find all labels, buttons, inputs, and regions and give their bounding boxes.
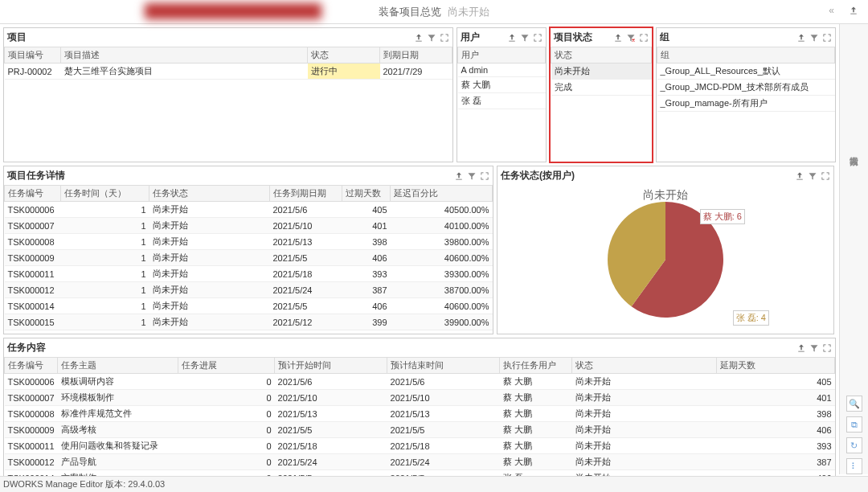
table-row[interactable]: TSK0000071尚未开始2021/5/1040140100.00% bbox=[5, 218, 493, 234]
filter-icon[interactable] bbox=[809, 32, 819, 43]
filter-icon[interactable] bbox=[807, 170, 817, 181]
table-row[interactable]: TSK000008标准件库规范文件02021/5/132021/5/13蔡 大鹏… bbox=[5, 406, 835, 422]
legend-item: 蔡 大鹏: 6 bbox=[700, 209, 745, 224]
export-icon[interactable] bbox=[612, 32, 623, 43]
panel-title: 任务内容 bbox=[7, 341, 46, 355]
table-row[interactable]: TSK0000161尚未开始2021/5/1939239200.00% bbox=[5, 330, 493, 334]
export-icon[interactable] bbox=[796, 32, 806, 43]
status-table[interactable]: 状态尚未开始完成 bbox=[551, 47, 652, 96]
col-header[interactable]: 项目编号 bbox=[5, 47, 61, 64]
export-icon[interactable] bbox=[506, 32, 517, 43]
col-header[interactable]: 延迟百分比 bbox=[391, 186, 493, 202]
col-header[interactable]: 组 bbox=[657, 47, 835, 64]
table-row[interactable]: TSK0000061尚未开始2021/5/640540500.00% bbox=[5, 202, 493, 218]
col-header[interactable]: 项目描述 bbox=[61, 47, 308, 64]
panel-title: 用户 bbox=[461, 31, 480, 44]
panel-task-content: 任务内容 任务编号 任务主题 任务进展 预计开始时间 预计结束时间 执行任务用户… bbox=[3, 338, 836, 487]
task-detail-table[interactable]: 任务编号 任务时间（天） 任务状态 任务到期日期 过期天数 延迟百分比 TSK0… bbox=[4, 185, 493, 334]
panel-title: 项目状态 bbox=[554, 31, 592, 44]
table-row[interactable]: TSK000009高级考核02021/5/52021/5/5蔡 大鹏尚未开始40… bbox=[5, 422, 835, 438]
app-header: 装备项目总览 尚未开始 bbox=[0, 0, 868, 24]
table-row[interactable]: 完成 bbox=[551, 80, 652, 96]
search-icon[interactable]: 🔍 bbox=[846, 396, 862, 412]
table-row[interactable]: TSK000011使用问题收集和答疑记录02021/5/182021/5/18蔡… bbox=[5, 438, 835, 454]
project-table[interactable]: 项目编号 项目描述 状态 到期日期 PRJ-00002楚大三维平台实施项目进行中… bbox=[4, 47, 452, 80]
col-header[interactable]: 状态 bbox=[308, 47, 380, 64]
right-sidebar: 高级搜索 🔍 ⧉ ↻ ⠇ bbox=[839, 24, 868, 474]
col-header[interactable]: 过期天数 bbox=[342, 186, 391, 202]
expand-icon[interactable] bbox=[821, 32, 832, 43]
col-header[interactable]: 预计结束时间 bbox=[387, 358, 500, 374]
table-row[interactable]: TSK0000151尚未开始2021/5/1239939900.00% bbox=[5, 314, 493, 330]
col-header[interactable]: 状态 bbox=[572, 358, 717, 374]
col-header[interactable]: 任务状态 bbox=[149, 186, 270, 202]
panel-title: 项目 bbox=[7, 31, 27, 44]
filter-icon[interactable] bbox=[426, 32, 436, 43]
expand-icon[interactable] bbox=[821, 342, 832, 353]
table-row[interactable]: 蔡 大鹏 bbox=[458, 77, 546, 93]
panel-title: 项目任务详情 bbox=[7, 169, 65, 182]
col-header[interactable]: 任务编号 bbox=[5, 186, 61, 202]
expand-icon[interactable] bbox=[820, 170, 830, 181]
expand-icon[interactable] bbox=[439, 32, 449, 43]
page-subtitle: 尚未开始 bbox=[448, 5, 489, 19]
share-icon[interactable]: ⠇ bbox=[846, 458, 862, 474]
col-header[interactable]: 状态 bbox=[551, 47, 652, 64]
table-row[interactable]: _Group_JMCD-PDM_技术部所有成员 bbox=[657, 80, 835, 96]
panel-task-by-user: 任务状态(按用户) 尚未开始 蔡 大鹏: 6 张 磊: 4 bbox=[497, 166, 834, 334]
export-icon[interactable] bbox=[794, 170, 805, 181]
chart-title: 尚未开始 bbox=[643, 188, 688, 203]
panel-task-detail: 项目任务详情 任务编号 任务时间（天） 任务状态 任务到期日期 过期天数 延迟百… bbox=[3, 166, 493, 334]
col-header[interactable]: 用户 bbox=[458, 47, 546, 64]
panel-title: 任务状态(按用户) bbox=[501, 169, 575, 182]
col-header[interactable]: 任务编号 bbox=[5, 358, 58, 374]
page-title: 装备项目总览 bbox=[379, 5, 441, 19]
table-row[interactable]: _Group_mamage-所有用户 bbox=[657, 96, 835, 112]
user-table[interactable]: 用户A dmin蔡 大鹏张 磊 bbox=[457, 47, 546, 109]
col-header[interactable]: 任务时间（天） bbox=[61, 186, 149, 202]
table-row[interactable]: TSK000007环境模板制作02021/5/102021/5/10蔡 大鹏尚未… bbox=[5, 390, 835, 406]
filter-icon[interactable] bbox=[466, 170, 477, 181]
panel-project-status: 项目状态 状态尚未开始完成 bbox=[550, 27, 653, 162]
col-header[interactable]: 任务主题 bbox=[58, 358, 178, 374]
table-row[interactable]: _Group_ALL_Resources_默认 bbox=[657, 64, 835, 80]
col-header[interactable]: 预计开始时间 bbox=[275, 358, 387, 374]
expand-icon[interactable] bbox=[479, 170, 489, 181]
col-header[interactable]: 任务到期日期 bbox=[270, 186, 342, 202]
filter-clear-icon[interactable] bbox=[625, 32, 636, 43]
table-row[interactable]: TSK0000081尚未开始2021/5/1339839800.00% bbox=[5, 234, 493, 250]
col-header[interactable]: 延期天数 bbox=[717, 358, 835, 374]
col-header[interactable]: 执行任务用户 bbox=[500, 358, 572, 374]
expand-icon[interactable] bbox=[638, 32, 649, 43]
group-table[interactable]: 组_Group_ALL_Resources_默认_Group_JMCD-PDM_… bbox=[657, 47, 835, 112]
legend-item: 张 磊: 4 bbox=[733, 310, 769, 326]
table-row[interactable]: TSK0000141尚未开始2021/5/540640600.00% bbox=[5, 298, 493, 314]
table-row[interactable]: TSK0000121尚未开始2021/5/2438738700.00% bbox=[5, 282, 493, 298]
export-icon[interactable] bbox=[796, 342, 806, 353]
panel-user: 用户 用户A dmin蔡 大鹏张 磊 bbox=[457, 27, 547, 162]
status-bar: DWORKS Manage Editor 版本: 29.4.0.03 bbox=[0, 476, 868, 492]
export-icon[interactable] bbox=[453, 170, 464, 181]
table-row[interactable]: TSK000006模板调研内容02021/5/62021/5/6蔡 大鹏尚未开始… bbox=[5, 374, 835, 390]
table-row[interactable]: A dmin bbox=[458, 64, 546, 77]
table-row[interactable]: 张 磊 bbox=[458, 93, 546, 109]
table-row[interactable]: 尚未开始 bbox=[551, 64, 652, 80]
expand-icon[interactable] bbox=[532, 32, 542, 43]
table-row[interactable]: PRJ-00002楚大三维平台实施项目进行中2021/7/29 bbox=[5, 64, 452, 80]
task-content-table[interactable]: 任务编号 任务主题 任务进展 预计开始时间 预计结束时间 执行任务用户 状态 延… bbox=[4, 357, 835, 486]
filter-icon[interactable] bbox=[809, 342, 819, 353]
table-row[interactable]: TSK0000091尚未开始2021/5/540640600.00% bbox=[5, 250, 493, 266]
panel-project: 项目 项目编号 项目描述 状态 到期日期 PRJ-00002楚大三维平台实施项目… bbox=[3, 27, 453, 162]
obscured-region bbox=[145, 3, 321, 19]
panel-group: 组 组_Group_ALL_Resources_默认_Group_JMCD-PD… bbox=[656, 27, 836, 162]
export-icon[interactable] bbox=[413, 32, 424, 43]
filter-icon[interactable] bbox=[519, 32, 530, 43]
col-header[interactable]: 到期日期 bbox=[380, 47, 452, 64]
collapse-icon[interactable]: « bbox=[829, 5, 834, 16]
refresh-icon[interactable]: ↻ bbox=[846, 437, 862, 453]
col-header[interactable]: 任务进展 bbox=[178, 358, 275, 374]
table-row[interactable]: TSK0000111尚未开始2021/5/1839339300.00% bbox=[5, 266, 493, 282]
table-row[interactable]: TSK000012产品导航02021/5/242021/5/24蔡 大鹏尚未开始… bbox=[5, 454, 835, 470]
copy-icon[interactable]: ⧉ bbox=[846, 416, 862, 433]
export-icon[interactable] bbox=[848, 5, 858, 15]
